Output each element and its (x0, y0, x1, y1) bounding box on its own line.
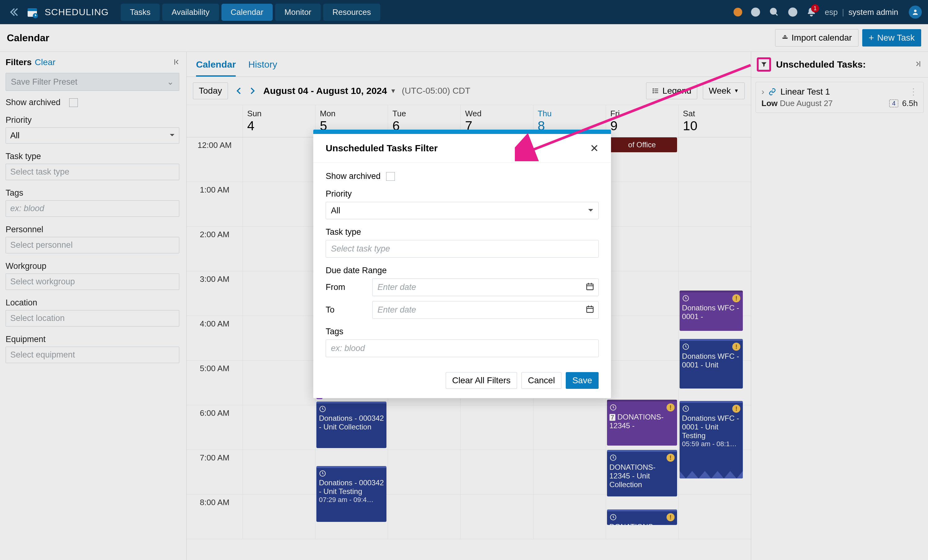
modal-tags-input[interactable] (326, 340, 598, 357)
modal-from-label: From (326, 282, 363, 292)
svg-rect-30 (587, 307, 593, 313)
modal-priority-select[interactable]: All (326, 202, 598, 219)
svg-rect-26 (587, 284, 593, 290)
calendar-icon (586, 282, 594, 291)
modal-due-range-label: Due date Range (326, 266, 598, 275)
modal-task-type-label: Task type (326, 227, 598, 237)
modal-to-label: To (326, 305, 363, 315)
modal-overlay: Unscheduled Tasks Filter ✕ Show archived… (0, 0, 928, 560)
modal-tags-label: Tags (326, 327, 598, 336)
modal-from-input[interactable] (372, 278, 598, 296)
modal-title: Unscheduled Tasks Filter (326, 143, 438, 154)
calendar-icon (586, 305, 594, 313)
modal-close-button[interactable]: ✕ (590, 142, 598, 154)
modal-to-input[interactable] (372, 301, 598, 319)
modal-task-type-input[interactable] (326, 240, 598, 258)
modal-show-archived-checkbox[interactable] (386, 172, 395, 181)
modal-clear-all-button[interactable]: Clear All Filters (446, 372, 517, 389)
modal-show-archived-label: Show archived (326, 171, 380, 181)
modal-cancel-button[interactable]: Cancel (521, 372, 562, 389)
modal-save-button[interactable]: Save (566, 372, 598, 389)
modal-priority-label: Priority (326, 189, 598, 199)
unscheduled-filter-modal: Unscheduled Tasks Filter ✕ Show archived… (313, 130, 611, 398)
